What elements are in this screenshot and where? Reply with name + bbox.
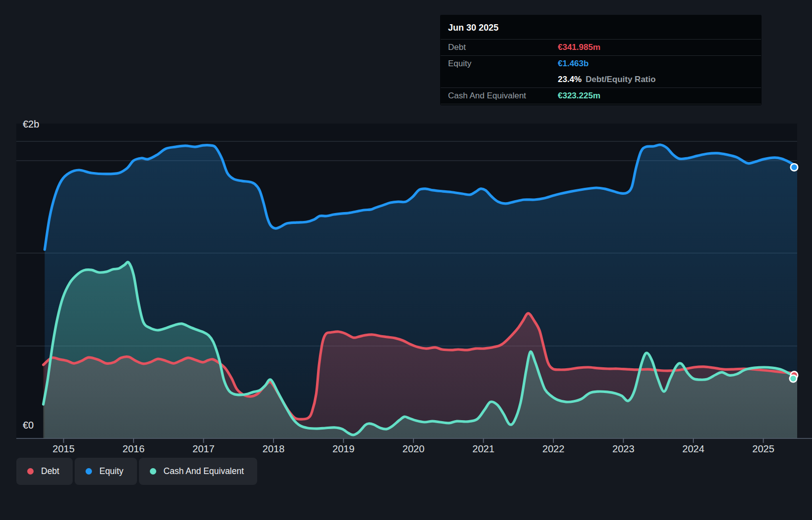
cash-marker: [790, 376, 796, 382]
x-axis-label-2024: 2024: [682, 443, 705, 455]
x-axis-label-2022: 2022: [542, 443, 565, 455]
legend-chip-cash-and-equivalent[interactable]: Cash And Equivalent: [139, 458, 257, 485]
tooltip-date: Jun 30 2025: [440, 18, 762, 39]
tooltip-row-label: Cash And Equivalent: [448, 91, 558, 101]
debt-equity-history-chart: €2b €0 201520162017201820192020202120222…: [0, 0, 812, 520]
legend-dot-icon: [150, 468, 156, 475]
legend-label: Equity: [99, 466, 124, 477]
tooltip-row-value: €1.463b: [558, 59, 588, 69]
x-axis-label-2023: 2023: [612, 443, 634, 455]
tooltip-row-label: Equity: [448, 59, 558, 69]
tooltip-row-debt: Debt€341.985m: [441, 39, 761, 55]
tooltip-row-cash-and-equivalent: Cash And Equivalent€323.225m: [441, 87, 761, 104]
chart-legend: DebtEquityCash And Equivalent: [16, 458, 257, 485]
legend-chip-debt[interactable]: Debt: [16, 458, 73, 485]
tooltip-row-value: €323.225m: [558, 91, 600, 101]
debt-equity-ratio-value: 23.4%: [558, 75, 582, 85]
tooltip-row-equity: Equity€1.463b: [441, 55, 761, 72]
x-axis-label-2021: 2021: [472, 443, 495, 455]
legend-dot-icon: [86, 468, 92, 475]
tooltip-row-value: €341.985m: [558, 43, 600, 52]
x-axis-label-2016: 2016: [123, 443, 145, 455]
x-axis-label-2020: 2020: [403, 443, 425, 455]
x-axis-label-2018: 2018: [263, 443, 285, 455]
y-axis-label-top: €2b: [23, 119, 39, 130]
x-axis-label-2025: 2025: [752, 443, 774, 455]
x-axis-label-2019: 2019: [332, 443, 355, 455]
debt-equity-ratio-label: Debt/Equity Ratio: [586, 75, 656, 85]
equity-marker: [791, 165, 797, 171]
legend-label: Debt: [41, 466, 59, 477]
x-axis-label-2015: 2015: [52, 443, 75, 455]
tooltip-row-label: Debt: [448, 43, 558, 52]
x-axis-label-2017: 2017: [192, 443, 215, 455]
legend-dot-icon: [27, 468, 34, 475]
tooltip-row-ratio: 23.4%Debt/Equity Ratio: [441, 72, 761, 87]
legend-chip-equity[interactable]: Equity: [75, 458, 137, 485]
legend-label: Cash And Equivalent: [164, 466, 244, 477]
chart-tooltip: Jun 30 2025 Debt€341.985mEquity€1.463b23…: [440, 15, 762, 105]
y-axis-label-zero: €0: [23, 420, 34, 431]
